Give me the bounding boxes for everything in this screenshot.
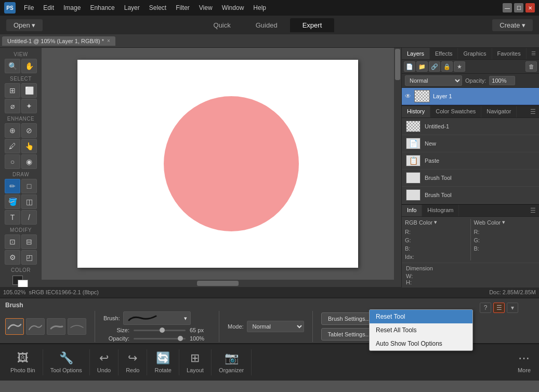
enhance-tool2[interactable]: ⊘ [21,123,37,138]
menu-help[interactable]: Help [249,3,270,12]
burn-tool[interactable]: ◉ [21,154,37,169]
organizer-dock-item[interactable]: 📷 Organizer [212,349,252,375]
marquee-rect-tool[interactable]: ⬜ [21,83,37,98]
menu-select[interactable]: Select [145,3,170,12]
zoom-tool[interactable]: 🔍 [5,59,20,73]
color-picker[interactable] [11,275,30,287]
layer-effects-btn[interactable]: ★ [454,61,465,72]
brush-settings-button[interactable]: Brush Settings... [321,312,377,325]
brush-select-dropdown[interactable]: ▾ [123,311,191,325]
line-tool[interactable]: / [21,210,37,225]
reset-all-tools-item[interactable]: Reset All Tools [370,323,472,337]
open-button[interactable]: Open ▾ [6,19,43,31]
undo-dock-item[interactable]: ↩ Undo [90,349,119,375]
history-item[interactable]: Untitled-1 [402,118,539,135]
distort-tool[interactable]: ◰ [21,250,37,265]
maximize-button[interactable]: ☐ [514,3,523,12]
create-button[interactable]: Create ▾ [492,19,533,31]
clone-tool[interactable]: 🖊 [5,139,20,153]
layers-panel-options[interactable]: ☰ [528,48,539,59]
photo-bin-dock-item[interactable]: 🖼 Photo Bin [3,349,43,375]
layer-visibility-toggle[interactable]: 👁 [405,93,411,100]
more-dock-item[interactable]: ⋯ More [512,349,536,375]
opacity-input[interactable] [489,76,515,85]
info-panel-options[interactable]: ☰ [527,205,539,216]
vertical-scrollbar[interactable] [394,48,401,287]
brush-preset-2[interactable] [26,318,45,335]
gradient-tool[interactable]: ◫ [21,194,37,209]
quick-tab[interactable]: Quick [201,18,243,32]
color-swatches-tab[interactable]: Color Swatches [430,106,481,117]
layout-dock-item[interactable]: ⊞ Layout [179,349,212,375]
eraser-tool[interactable]: □ [21,179,37,193]
tool-options-expand-btn[interactable]: ▾ [507,303,518,313]
reset-tool-item[interactable]: Reset Tool [370,310,472,323]
menu-layer[interactable]: Layer [120,3,144,12]
menu-view[interactable]: View [195,3,217,12]
enhance-tool1[interactable]: ⊕ [5,123,20,138]
smudge-tool[interactable]: 👆 [21,139,37,153]
text-tool[interactable]: T [5,210,20,225]
delete-layer-btn[interactable]: 🗑 [525,61,537,72]
size-slider[interactable] [134,330,186,331]
hand-tool[interactable]: ✋ [21,59,37,73]
layers-tab[interactable]: Layers [402,48,430,59]
horizontal-scrollbar[interactable] [42,280,394,287]
size-slider-thumb[interactable] [160,328,165,333]
brush-preset-3[interactable] [47,318,65,335]
menu-enhance[interactable]: Enhance [86,3,119,12]
blend-mode-select[interactable]: Normal [405,75,462,86]
crop-tool[interactable]: ⊡ [5,234,20,249]
rotate-dock-item[interactable]: 🔄 Rotate [147,349,179,375]
straighten-tool[interactable]: ⚙ [5,250,20,265]
menu-edit[interactable]: Edit [39,3,58,12]
navigator-tab[interactable]: Navigator [481,106,517,117]
history-item[interactable]: 📋 Paste [402,152,539,169]
brush-preset-4[interactable] [68,318,86,335]
lasso-tool[interactable]: ⌀ [5,99,20,113]
guided-tab[interactable]: Guided [243,18,290,32]
new-layer-btn[interactable]: 📄 [404,61,415,72]
history-item[interactable]: 📄 New [402,135,539,152]
move-tool[interactable]: ⊞ [5,83,20,98]
web-dropdown-icon[interactable]: ▾ [502,219,505,226]
expert-tab[interactable]: Expert [290,18,335,32]
graphics-tab[interactable]: Graphics [458,48,492,59]
history-panel-options[interactable]: ☰ [527,106,539,117]
tool-options-panel-btn[interactable]: ☰ [493,303,505,313]
opacity-slider[interactable] [134,338,186,339]
paint-bucket-tool[interactable]: 🪣 [5,194,20,209]
minimize-button[interactable]: — [503,3,512,12]
redo-dock-item[interactable]: ↪ Redo [119,349,147,375]
dodge-tool[interactable]: ○ [5,154,20,169]
histogram-tab[interactable]: Histogram [422,205,459,216]
rgb-dropdown-icon[interactable]: ▾ [434,219,437,226]
auto-show-tool-options-item[interactable]: Auto Show Tool Options [370,337,472,350]
layer-group-btn[interactable]: 📁 [416,61,428,72]
history-item[interactable]: 🖊 Brush Tool [402,169,539,187]
layer-row[interactable]: 👁 Layer 1 [402,88,539,105]
document-tab[interactable]: Untitled-1 @ 105% (Layer 1, RGB/8) * × [2,36,115,46]
bg-color-swatch[interactable] [18,280,28,287]
mode-select[interactable]: Normal [247,321,304,332]
layer-lock-btn[interactable]: 🔒 [441,61,453,72]
info-tab[interactable]: Info [402,205,422,216]
menu-window[interactable]: Window [218,3,248,12]
layer-link-btn[interactable]: 🔗 [429,61,440,72]
favorites-tab[interactable]: Favorites [492,48,527,59]
opacity-slider-thumb[interactable] [178,336,183,341]
menu-filter[interactable]: Filter [172,3,194,12]
v-scroll-thumb[interactable] [395,49,400,80]
canvas-document[interactable] [77,60,358,268]
menu-file[interactable]: File [20,3,38,12]
history-item[interactable]: 🖊 Brush Tool [402,187,539,204]
tool-options-dock-item[interactable]: 🔧 Tool Options [43,349,90,375]
magic-wand-tool[interactable]: ✦ [21,99,37,113]
menu-image[interactable]: Image [59,3,85,12]
brush-tool[interactable]: ✏ [5,179,20,193]
recompose-tool[interactable]: ⊟ [21,234,37,249]
help-icon-btn[interactable]: ? [480,303,491,313]
effects-tab[interactable]: Effects [430,48,458,59]
brush-preset-1[interactable] [5,318,24,335]
tablet-settings-button[interactable]: Tablet Settings... [321,328,377,341]
